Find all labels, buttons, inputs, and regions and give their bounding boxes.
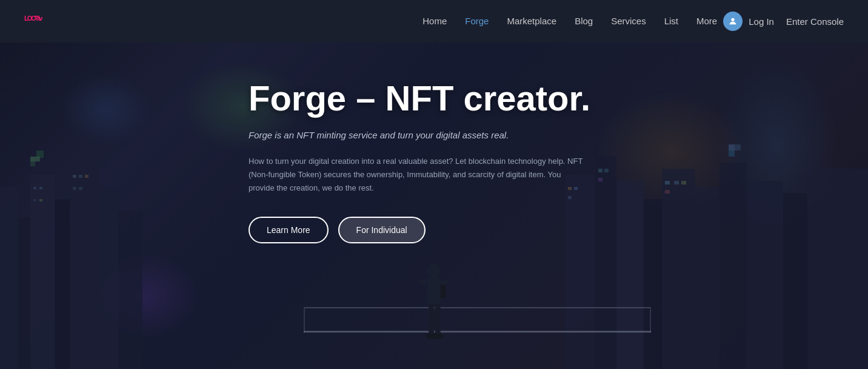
learn-more-button[interactable]: Learn More <box>249 217 329 243</box>
nav-item-forge[interactable]: Forge <box>465 16 489 27</box>
login-link[interactable]: Log In <box>749 16 774 27</box>
nav-link-more[interactable]: More <box>696 16 717 26</box>
navbar: LOOTtv Home Forge Marketplace Blog Servi… <box>0 0 868 42</box>
logo[interactable]: LOOTtv <box>24 10 41 33</box>
svg-rect-47 <box>419 279 428 285</box>
svg-rect-49 <box>429 303 434 336</box>
nav-link-blog[interactable]: Blog <box>575 16 593 26</box>
hero-subtitle: Forge is an NFT minting service and turn… <box>249 130 661 140</box>
nav-links: Home Forge Marketplace Blog Services Lis… <box>422 16 717 27</box>
hero-description: How to turn your digital creation into a… <box>249 155 588 195</box>
enter-console-link[interactable]: Enter Console <box>786 16 844 27</box>
railing <box>304 331 651 333</box>
figure-silhouette <box>410 260 458 369</box>
logo-superscript: tv <box>38 15 42 22</box>
logo-text: LOOT <box>24 15 38 22</box>
nav-link-forge[interactable]: Forge <box>465 16 489 26</box>
nav-item-home[interactable]: Home <box>422 16 447 27</box>
svg-point-44 <box>427 263 441 277</box>
hero-section: Forge – NFT creator. Forge is an NFT min… <box>0 42 868 369</box>
svg-rect-48 <box>440 279 449 285</box>
svg-rect-50 <box>435 303 441 336</box>
nav-item-more[interactable]: More <box>696 16 717 27</box>
nav-link-home[interactable]: Home <box>422 16 447 26</box>
svg-rect-46 <box>427 277 441 305</box>
for-individual-button[interactable]: For Individual <box>338 217 426 243</box>
nav-item-services[interactable]: Services <box>611 16 646 27</box>
avatar[interactable] <box>723 12 743 31</box>
svg-point-52 <box>432 334 443 339</box>
nav-item-marketplace[interactable]: Marketplace <box>507 16 556 27</box>
nav-item-list[interactable]: List <box>664 16 678 27</box>
nav-link-marketplace[interactable]: Marketplace <box>507 16 556 26</box>
hero-title: Forge – NFT creator. <box>249 79 661 118</box>
nav-link-list[interactable]: List <box>664 16 678 26</box>
hero-buttons: Learn More For Individual <box>249 217 661 243</box>
nav-item-blog[interactable]: Blog <box>575 16 593 27</box>
nav-link-services[interactable]: Services <box>611 16 646 26</box>
svg-point-0 <box>732 18 735 21</box>
hero-content: Forge – NFT creator. Forge is an NFT min… <box>249 79 661 243</box>
